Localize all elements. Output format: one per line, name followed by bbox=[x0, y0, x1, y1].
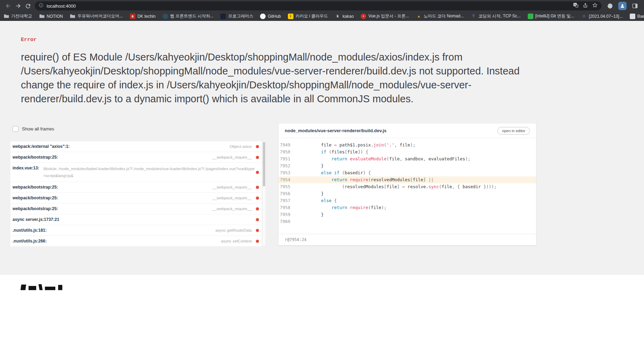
frame-location: .nuxt/utils.js:266: bbox=[13, 238, 47, 244]
open-in-editor-button[interactable]: open in editor bbox=[497, 127, 530, 135]
error-dot-icon bbox=[256, 186, 259, 189]
site-favicon-icon: ▲ bbox=[416, 14, 422, 19]
bookmarks-bar: 가천대학교NOTION두유워너비어코더오어...aDK techin웹 프론트엔… bbox=[0, 12, 644, 21]
code-line: 7958 return require(file); bbox=[278, 204, 536, 211]
bookmark-item[interactable]: ▲노마드 코더 Nomad... bbox=[416, 13, 464, 19]
browser-chrome: localhost:4000 A bbox=[0, 0, 644, 21]
code-text: file = path$1.posix.join('.', file); bbox=[295, 142, 415, 149]
frame-location: webpack:/external "axios":1: bbox=[13, 144, 70, 149]
share-icon[interactable] bbox=[582, 2, 588, 10]
stack-frame[interactable]: webpack/bootstrap:25:__webpack_require__ bbox=[10, 182, 262, 193]
stack-frame[interactable]: .nuxt/utils.js:181:async getRouteData bbox=[10, 225, 262, 236]
frame-context: __webpack_require__ bbox=[212, 155, 252, 159]
site-info-icon[interactable] bbox=[38, 2, 44, 9]
frame-context: async getRouteData bbox=[215, 228, 252, 232]
bookmark-label: 카카오 i 클라우드 bbox=[296, 13, 328, 19]
address-bar[interactable]: localhost:4000 A bbox=[35, 1, 602, 10]
url-text: localhost:4000 bbox=[47, 3, 573, 9]
error-dot-icon bbox=[256, 145, 259, 148]
site-favicon-icon: i bbox=[288, 14, 293, 19]
forward-icon[interactable] bbox=[13, 1, 23, 11]
frame-context: __webpack_require__ bbox=[212, 207, 252, 211]
bookmark-item[interactable]: 웹 프론트엔드 시작하... bbox=[163, 13, 214, 19]
bookmark-item[interactable]: •Vue.js 입문서 - 프론... bbox=[361, 13, 409, 19]
code-line: 7957 else { bbox=[278, 197, 536, 204]
bookmark-item[interactable]: 두유워너비어코더오어... bbox=[70, 13, 123, 19]
bookmark-label: kakao bbox=[343, 14, 354, 19]
frame-context: __webpack_require__ bbox=[212, 196, 252, 200]
bookmark-label: 두유워너비어코더오어... bbox=[78, 13, 123, 19]
bookmark-item[interactable]: 가천대학교 bbox=[3, 13, 32, 19]
bookmark-item[interactable]: i카카오 i 클라우드 bbox=[288, 13, 328, 19]
extensions-icon[interactable] bbox=[605, 1, 615, 11]
code-line: 7956 } bbox=[278, 190, 536, 197]
site-favicon-icon: ∷ bbox=[581, 14, 587, 19]
bookmark-item[interactable]: [IntelliJ] Git 연동 및... bbox=[528, 13, 574, 19]
stack-frame[interactable]: webpack/bootstrap:25:__webpack_require__ bbox=[10, 152, 262, 163]
code-text: return require(file); bbox=[295, 204, 386, 211]
frame-location: async server.js:1737:21 bbox=[13, 217, 59, 222]
code-line: 7949 file = path$1.posix.join('.', file)… bbox=[278, 142, 536, 149]
bookmark-item[interactable]: ∷[2021.04.07~13]... bbox=[581, 14, 623, 19]
frame-location: index.vue:13: bbox=[13, 165, 39, 171]
line-number: 7958 bbox=[278, 204, 295, 211]
code-text: (resolvedModules[file] = resolve.sync(fi… bbox=[295, 183, 497, 190]
profile-avatar[interactable] bbox=[618, 2, 627, 10]
show-all-frames[interactable]: Show all frames bbox=[13, 125, 266, 132]
bookmark-label: [2021.04.07~13]... bbox=[589, 14, 623, 19]
scrollbar-thumb[interactable] bbox=[263, 142, 265, 186]
frame-context: __webpack_require__ bbox=[212, 185, 252, 189]
bookmark-item[interactable]: Baekjoon Online J... bbox=[630, 14, 644, 19]
sidebar-icon[interactable] bbox=[630, 1, 640, 11]
error-dot-icon bbox=[256, 218, 259, 221]
code-text: } bbox=[295, 190, 324, 197]
error-dot-icon bbox=[256, 197, 259, 200]
stack-frame[interactable]: webpack/bootstrap:25:__webpack_require__ bbox=[10, 193, 262, 204]
code-line: 7960 bbox=[278, 218, 536, 225]
frame-location: webpack/bootstrap:25: bbox=[13, 206, 58, 212]
translate-icon[interactable]: A bbox=[573, 2, 579, 10]
line-number: 7952 bbox=[278, 162, 295, 169]
bookmark-item[interactable]: kkakao bbox=[335, 14, 354, 19]
stack-frame[interactable]: .nuxt/utils.js:266:async setContext bbox=[10, 236, 262, 246]
line-number: 7949 bbox=[278, 142, 295, 149]
bookmark-item[interactable]: aDK techin bbox=[130, 14, 156, 19]
show-all-frames-checkbox[interactable] bbox=[13, 126, 18, 132]
bookmark-item[interactable]: NOTION bbox=[39, 14, 63, 19]
line-number: 7951 bbox=[278, 155, 295, 162]
line-number: 7955 bbox=[278, 183, 295, 190]
code-panel: node_modules/vue-server-renderer/build.d… bbox=[278, 123, 536, 245]
back-icon[interactable] bbox=[3, 1, 13, 11]
frame-detail: Module../node_modules/babel-loader/lib/i… bbox=[44, 165, 256, 179]
bookmark-label: 웹 프론트엔드 시작하... bbox=[170, 13, 214, 19]
bookmark-label: 프로그래머스 bbox=[228, 13, 253, 19]
code-line: 7951 return evaluateModule(file, sandbox… bbox=[278, 155, 536, 162]
bookmark-item[interactable]: T코딩의 시작, TCP Sc... bbox=[471, 13, 520, 19]
line-number: 7960 bbox=[278, 218, 295, 225]
bookmark-label: DK techin bbox=[138, 14, 156, 19]
code-text: } bbox=[295, 162, 324, 169]
bookmark-star-icon[interactable] bbox=[592, 2, 598, 10]
line-number: 7954 bbox=[278, 176, 295, 183]
reload-icon[interactable] bbox=[23, 1, 33, 11]
line-number: 7956 bbox=[278, 190, 295, 197]
toolbar-right-cluster bbox=[605, 1, 640, 11]
site-favicon-icon bbox=[260, 14, 266, 19]
bookmark-label: Baekjoon Online J... bbox=[637, 14, 644, 19]
frames-scrollbar[interactable] bbox=[262, 141, 266, 246]
bookmark-item[interactable]: 프로그래머스 bbox=[220, 13, 253, 19]
site-favicon-icon: a bbox=[130, 14, 135, 19]
frame-context: Object.axios bbox=[230, 144, 252, 149]
bookmark-item[interactable]: GitHub bbox=[260, 14, 281, 19]
bookmark-label: 가천대학교 bbox=[11, 13, 32, 19]
stack-frame[interactable]: webpack/bootstrap:25:__webpack_require__ bbox=[10, 204, 262, 214]
stack-trace-panel: Show all frames webpack:/external "axios… bbox=[10, 125, 266, 246]
code-text bbox=[295, 218, 300, 225]
error-page: Error require() of ES Module /Users/kahy… bbox=[0, 21, 644, 275]
show-all-frames-label: Show all frames bbox=[22, 126, 54, 131]
code-text: else { bbox=[295, 197, 337, 204]
stack-frame[interactable]: async server.js:1737:21 bbox=[10, 214, 262, 225]
stack-frame[interactable]: index.vue:13:Module../node_modules/babel… bbox=[10, 163, 262, 182]
stack-frame[interactable]: webpack:/external "axios":1:Object.axios bbox=[10, 141, 262, 152]
bookmark-label: NOTION bbox=[47, 14, 63, 19]
